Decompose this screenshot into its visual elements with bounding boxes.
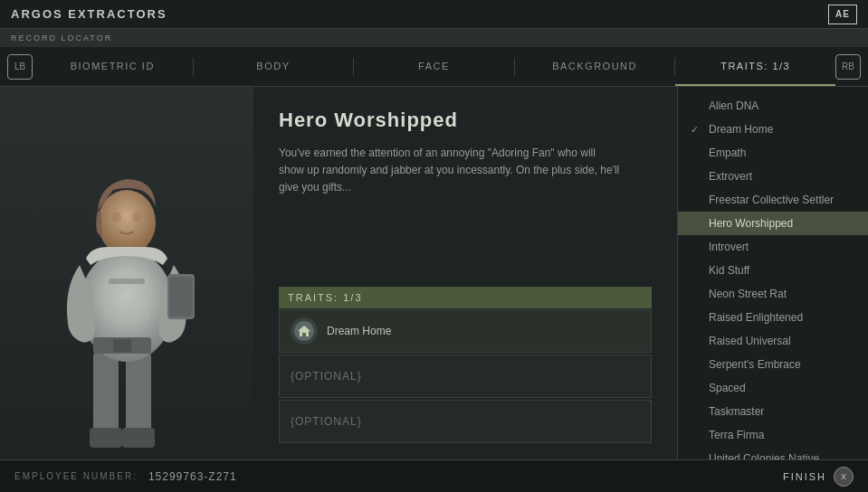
trait-list-item-6[interactable]: Introvert <box>678 235 868 259</box>
tab-face[interactable]: FACE <box>354 47 514 86</box>
trait-list-item-label-5: Hero Worshipped <box>709 217 793 230</box>
sub-bar: RECORD LOCATOR <box>0 29 868 47</box>
trait-list-item-label-0: Alien DNA <box>709 99 758 112</box>
character-panel <box>0 87 253 459</box>
trait-list-item-label-7: Kid Stuff <box>709 264 749 277</box>
nav-rb-button[interactable]: RB <box>835 54 861 80</box>
finish-button[interactable]: X <box>834 467 854 487</box>
trait-list-item-label-15: United Colonies Native <box>709 452 819 459</box>
svg-rect-2 <box>90 428 122 448</box>
bottom-bar: EMPLOYEE NUMBER: 15299763-Z271 FINISH X <box>0 459 868 492</box>
nav-lb-button[interactable]: LB <box>7 54 33 80</box>
trait-description: You've earned the attention of an annoyi… <box>279 145 623 197</box>
svg-point-10 <box>98 190 156 255</box>
trait-list-item-8[interactable]: Neon Street Rat <box>678 282 868 306</box>
trait-list-item-label-13: Taskmaster <box>709 405 764 418</box>
trait-slot-2-label: {OPTIONAL} <box>291 370 362 383</box>
main-content: Hero Worshipped You've earned the attent… <box>0 87 868 459</box>
traits-section: TRAITS: 1/3 Dream Home {OPTIONAL} {OPTIO… <box>279 287 652 445</box>
finish-label: FINISH <box>783 471 826 482</box>
trait-list-item-label-12: Spaced <box>709 382 746 394</box>
trait-slot-3[interactable]: {OPTIONAL} <box>279 400 652 443</box>
character-display <box>0 87 253 459</box>
trait-list-item-10[interactable]: Raised Universal <box>678 329 868 353</box>
trait-list-item-7[interactable]: Kid Stuff <box>678 259 868 282</box>
trait-list-item-label-10: Raised Universal <box>709 335 791 347</box>
svg-rect-3 <box>122 428 155 448</box>
trait-list-item-3[interactable]: Extrovert <box>678 165 868 188</box>
trait-slot-1-icon <box>291 317 318 345</box>
trait-title: Hero Worshipped <box>279 109 652 132</box>
trait-list-item-label-11: Serpent's Embrace <box>709 358 801 371</box>
character-svg <box>23 107 231 459</box>
trait-list-item-label-1: Dream Home <box>709 123 773 136</box>
traits-header: TRAITS: 1/3 <box>279 287 652 308</box>
trait-list-item-label-8: Neon Street Rat <box>709 288 787 300</box>
trait-list-item-label-6: Introvert <box>709 241 749 253</box>
tab-background[interactable]: BACKGROUND <box>515 47 675 86</box>
trait-slot-1-name: Dream Home <box>327 325 391 337</box>
trait-slot-2[interactable]: {OPTIONAL} <box>279 355 652 398</box>
svg-point-11 <box>112 212 121 222</box>
trait-list-item-label-2: Empath <box>709 147 746 159</box>
trait-list-item-1[interactable]: Dream Home <box>678 118 868 141</box>
trait-list-item-11[interactable]: Serpent's Embrace <box>678 353 868 376</box>
trait-list-item-2[interactable]: Empath <box>678 141 868 165</box>
trait-list-item-12[interactable]: Spaced <box>678 376 868 400</box>
employee-label: EMPLOYEE NUMBER: <box>14 471 138 481</box>
trait-list-item-label-9: Raised Enlightened <box>709 311 803 324</box>
trait-slot-3-label: {OPTIONAL} <box>291 415 362 428</box>
svg-rect-14 <box>113 339 131 352</box>
app-logo: AE <box>828 5 857 24</box>
sub-bar-title: RECORD LOCATOR <box>11 33 112 43</box>
svg-rect-6 <box>109 279 145 284</box>
employee-number: 15299763-Z271 <box>148 470 237 483</box>
trait-slot-1[interactable]: Dream Home <box>279 309 652 353</box>
trait-list-panel[interactable]: Alien DNADream HomeEmpathExtrovertFreest… <box>678 87 868 459</box>
finish-section: FINISH X <box>783 467 854 487</box>
tab-body[interactable]: BODY <box>194 47 354 86</box>
tab-traits[interactable]: TRAITS: 1/3 <box>675 47 835 86</box>
employee-section: EMPLOYEE NUMBER: 15299763-Z271 <box>14 470 237 483</box>
trait-list-item-14[interactable]: Terra Firma <box>678 423 868 447</box>
top-bar: ARGOS EXTRACTORS AE <box>0 0 868 29</box>
app-title: ARGOS EXTRACTORS <box>11 7 167 21</box>
trait-list-item-label-4: Freestar Collective Settler <box>709 194 834 206</box>
nav-bar: LB BIOMETRIC ID BODY FACE BACKGROUND TRA… <box>0 47 868 87</box>
svg-point-12 <box>132 212 141 222</box>
trait-list-item-label-14: Terra Firma <box>709 429 764 441</box>
trait-list-item-label-3: Extrovert <box>709 170 752 183</box>
trait-list-item-5[interactable]: Hero Worshipped <box>678 212 868 235</box>
trait-list-item-9[interactable]: Raised Enlightened <box>678 306 868 329</box>
info-panel: Hero Worshipped You've earned the attent… <box>253 87 678 459</box>
trait-list-item-4[interactable]: Freestar Collective Settler <box>678 188 868 212</box>
tab-biometric-id[interactable]: BIOMETRIC ID <box>33 47 193 86</box>
svg-rect-8 <box>169 277 193 317</box>
trait-list-item-13[interactable]: Taskmaster <box>678 400 868 423</box>
trait-list-item-15[interactable]: United Colonies Native <box>678 447 868 459</box>
trait-list-item-0[interactable]: Alien DNA <box>678 94 868 118</box>
